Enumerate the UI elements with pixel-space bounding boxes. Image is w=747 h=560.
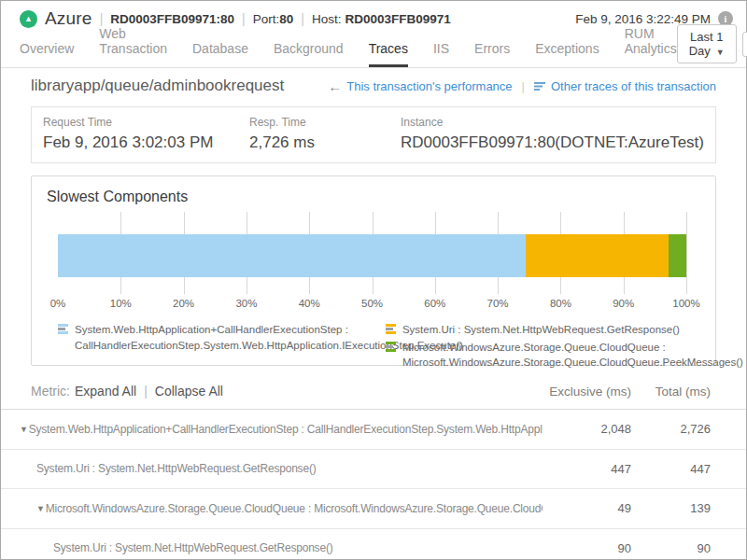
exclusive-ms-value: 2,048 — [543, 422, 631, 436]
chart-legend: System.Web.HttpApplication+CallHandlerEx… — [58, 322, 700, 372]
total-ms-value: 447 — [631, 462, 711, 476]
legend-item: System.Uri : System.Net.HttpWebRequest.G… — [386, 322, 700, 338]
legend-item: Microsoft.WindowsAzure.Storage.Queue.Clo… — [386, 340, 700, 371]
request-time-value: Feb 9, 2016 3:02:03 PM — [43, 133, 249, 152]
legend-label: Microsoft.WindowsAzure.Storage.Queue.Clo… — [402, 340, 743, 371]
exclusive-ms-value: 49 — [543, 501, 631, 515]
nav-bar: OverviewWeb TransactionDatabaseBackgroun… — [1, 36, 746, 68]
separator: | — [301, 11, 304, 26]
resp-time-value: 2,726 ms — [249, 133, 401, 152]
legend-item: System.Web.HttpApplication+CallHandlerEx… — [58, 322, 373, 353]
separator: | — [242, 11, 246, 26]
tab-iis[interactable]: IIS — [433, 41, 449, 67]
legend-marker-icon — [386, 342, 397, 353]
column-header-total: Total (ms) — [631, 385, 711, 399]
stacked-bar — [58, 234, 686, 277]
instance-value: RD0003FFB09971:80(DOTNET:AzureTest) — [401, 133, 704, 152]
host-label: Host: — [312, 12, 342, 26]
column-header-exclusive: Exclusive (ms) — [543, 385, 631, 399]
trace-list-icon — [534, 81, 546, 91]
separator: | — [522, 79, 525, 93]
total-ms-value: 139 — [631, 501, 711, 515]
table-row[interactable]: System.Uri : System.Net.HttpWebRequest.G… — [1, 529, 746, 560]
metric-name: Microsoft.WindowsAzure.Storage.Queue.Clo… — [46, 502, 543, 515]
tick-label: 100% — [672, 298, 699, 309]
instance-label: Instance — [401, 116, 704, 129]
total-ms-value: 90 — [631, 541, 711, 555]
metric-name: System.Web.HttpApplication+CallHandlerEx… — [29, 423, 543, 436]
stacked-bar-chart: 0%10%20%30%40%50%60%70%80%90%100% — [58, 212, 686, 313]
tab-rum-analytics[interactable]: RUM Analytics — [625, 26, 677, 67]
chart-title: Slowest Components — [32, 176, 715, 205]
monitor-name: RD0003FFB09971:80 — [110, 12, 234, 26]
bar-segment-1[interactable] — [58, 234, 526, 277]
other-traces-link[interactable]: Other traces of this transaction — [534, 79, 716, 93]
site24x7-logo-icon: ▲ — [20, 10, 37, 28]
metric-name: System.Uri : System.Net.HttpWebRequest.G… — [36, 462, 317, 475]
transaction-performance-link[interactable]: ← This transaction's performance — [328, 78, 512, 94]
metric-label: Metric: — [31, 384, 70, 399]
legend-marker-icon — [386, 324, 397, 335]
exclusive-ms-value: 447 — [543, 462, 631, 476]
tick-label: 80% — [550, 298, 571, 309]
tick-label: 30% — [235, 298, 257, 309]
metric-table-header: Metric: Expand All | Collapse All Exclus… — [1, 372, 746, 410]
tick-label: 90% — [613, 298, 634, 309]
tab-traces[interactable]: Traces — [369, 41, 408, 67]
tick-label: 50% — [361, 298, 383, 309]
transaction-name: libraryapp/queue/adminbookrequest — [31, 77, 284, 95]
collapse-all-button[interactable]: Collapse All — [155, 384, 223, 399]
bar-segment-3[interactable] — [669, 234, 686, 277]
chart-plot-area — [58, 212, 686, 294]
tab-errors[interactable]: Errors — [474, 41, 510, 67]
tab-exceptions[interactable]: Exceptions — [535, 41, 599, 67]
menu-button[interactable]: ≡ — [742, 32, 747, 57]
tab-overview[interactable]: Overview — [20, 41, 74, 67]
legend-label: System.Uri : System.Net.HttpWebRequest.G… — [402, 322, 680, 338]
tab-web-transaction[interactable]: Web Transaction — [99, 26, 167, 67]
port-label: Port: — [253, 12, 280, 26]
tick-label: 40% — [299, 298, 320, 309]
total-ms-value: 2,726 — [631, 422, 711, 436]
table-row[interactable]: ▼Microsoft.WindowsAzure.Storage.Queue.Cl… — [1, 489, 746, 529]
tab-database[interactable]: Database — [192, 41, 248, 67]
legend-marker-icon — [58, 324, 69, 335]
tick-label: 60% — [424, 298, 445, 309]
slowest-components-card: Slowest Components 0%10%20%30%40%50%60%7… — [31, 175, 716, 366]
trace-summary-panel: Request Time Feb 9, 2016 3:02:03 PM Resp… — [31, 106, 716, 163]
resp-time-label: Resp. Time — [249, 116, 401, 129]
exclusive-ms-value: 90 — [543, 541, 631, 555]
request-time-label: Request Time — [43, 116, 249, 129]
x-axis-ticks: 0%10%20%30%40%50%60%70%80%90%100% — [58, 298, 686, 313]
host-value: RD0003FFB09971 — [345, 12, 450, 26]
separator: | — [100, 11, 104, 26]
tab-background[interactable]: Background — [274, 41, 344, 67]
port-value: 80 — [279, 12, 293, 26]
separator: | — [144, 384, 148, 399]
collapse-triangle-icon[interactable]: ▼ — [20, 425, 28, 434]
tick-label: 20% — [173, 298, 194, 309]
arrow-left-icon: ← — [328, 78, 342, 94]
app-name: Azure — [45, 8, 92, 29]
expand-all-button[interactable]: Expand All — [75, 384, 136, 399]
tick-label: 0% — [50, 298, 66, 309]
table-row[interactable]: ▼System.Web.HttpApplication+CallHandlerE… — [1, 410, 746, 450]
chevron-down-icon: ▼ — [716, 48, 725, 57]
bar-segment-2[interactable] — [526, 234, 669, 277]
collapse-triangle-icon[interactable]: ▼ — [36, 504, 45, 513]
table-row[interactable]: System.Uri : System.Net.HttpWebRequest.G… — [1, 450, 746, 490]
tick-label: 10% — [110, 298, 132, 309]
trace-rows: ▼System.Web.HttpApplication+CallHandlerE… — [1, 410, 746, 560]
tick-label: 70% — [487, 298, 509, 309]
gridline — [686, 212, 687, 294]
time-range-dropdown[interactable]: Last 1 Day▼ — [677, 24, 737, 63]
app-window: ▲ Azure | RD0003FFB09971:80 | Port: 80 |… — [0, 0, 747, 560]
transaction-header: libraryapp/queue/adminbookrequest ← This… — [1, 68, 746, 104]
metric-name: System.Uri : System.Net.HttpWebRequest.G… — [53, 541, 333, 554]
tab-list: OverviewWeb TransactionDatabaseBackgroun… — [20, 36, 677, 67]
